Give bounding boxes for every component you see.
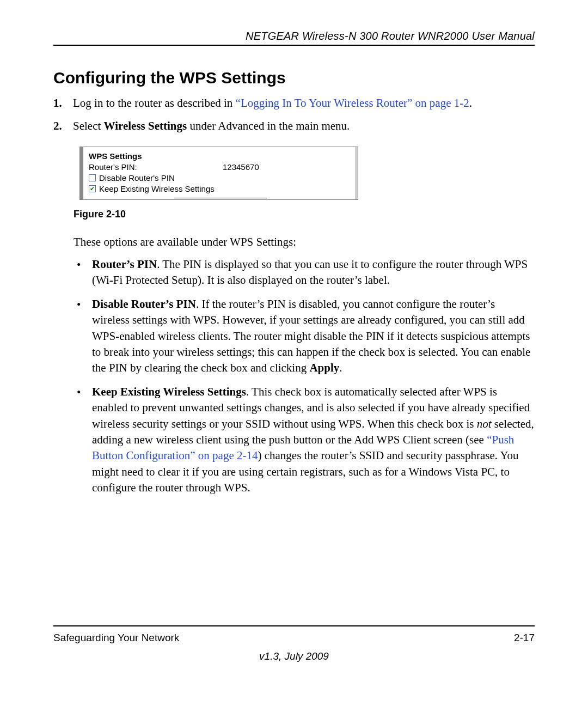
bullet-2-title: Disable Router’s PIN [92, 297, 196, 311]
footer-version: v1.3, July 2009 [53, 650, 535, 662]
bullet-2-text-b: . [339, 361, 342, 374]
bullet-list: Router’s PIN. The PIN is displayed so th… [74, 257, 535, 496]
figure-bottom-rule [174, 198, 267, 198]
step-list: Log in to the router as described in “Lo… [53, 95, 535, 135]
keep-settings-checkbox[interactable] [89, 185, 96, 192]
bullet-1-text: . The PIN is displayed so that you can u… [92, 258, 528, 287]
bullet-router-pin: Router’s PIN. The PIN is displayed so th… [74, 257, 535, 289]
step-1-text-post: . [469, 96, 472, 109]
router-pin-label: Router's PIN: [89, 162, 219, 172]
step-2-text-post: under Advanced in the main menu. [187, 119, 350, 132]
step-2-text-pre: Select [73, 119, 104, 132]
header-divider [53, 45, 535, 46]
footer-chapter: Safeguarding Your Network [53, 632, 179, 644]
section-heading: Configuring the WPS Settings [53, 69, 535, 87]
step-1: Log in to the router as described in “Lo… [53, 95, 535, 112]
bullet-disable-pin: Disable Router’s PIN. If the router’s PI… [74, 296, 535, 376]
keep-settings-label: Keep Existing Wireless Settings [99, 184, 215, 193]
bullet-2-apply: Apply [309, 361, 339, 374]
router-pin-value: 12345670 [223, 162, 259, 172]
figure-panel-inner: WPS Settings Router's PIN: 12345670 Disa… [80, 147, 358, 199]
disable-pin-label: Disable Router's PIN [99, 173, 175, 182]
router-pin-row: Router's PIN: 12345670 [89, 162, 352, 172]
figure-panel-outer: WPS Settings Router's PIN: 12345670 Disa… [79, 147, 358, 200]
figure-2-10: WPS Settings Router's PIN: 12345670 Disa… [79, 147, 358, 200]
footer-page-number: 2-17 [514, 632, 535, 644]
disable-pin-row: Disable Router's PIN [89, 173, 352, 182]
login-link[interactable]: “Logging In To Your Wireless Router” on … [236, 96, 469, 109]
step-1-text-pre: Log in to the router as described in [73, 96, 236, 109]
options-intro: These options are available under WPS Se… [74, 235, 535, 249]
running-header: NETGEAR Wireless-N 300 Router WNR2000 Us… [53, 30, 535, 42]
footer-divider [53, 625, 535, 626]
disable-pin-checkbox[interactable] [89, 174, 96, 181]
page-footer: Safeguarding Your Network 2-17 v1.3, Jul… [53, 625, 535, 662]
document-page: NETGEAR Wireless-N 300 Router WNR2000 Us… [0, 0, 588, 706]
bullet-3-title: Keep Existing Wireless Settings [92, 385, 246, 398]
step-2: Select Wireless Settings under Advanced … [53, 118, 535, 135]
bullet-keep-settings: Keep Existing Wireless Settings. This ch… [74, 384, 535, 496]
step-2-bold: Wireless Settings [104, 119, 187, 132]
bullet-1-title: Router’s PIN [92, 258, 157, 271]
keep-settings-row: Keep Existing Wireless Settings [89, 184, 352, 193]
figure-caption: Figure 2-10 [74, 209, 535, 220]
wps-settings-title: WPS Settings [89, 151, 352, 161]
bullet-3-not: not [477, 417, 492, 430]
